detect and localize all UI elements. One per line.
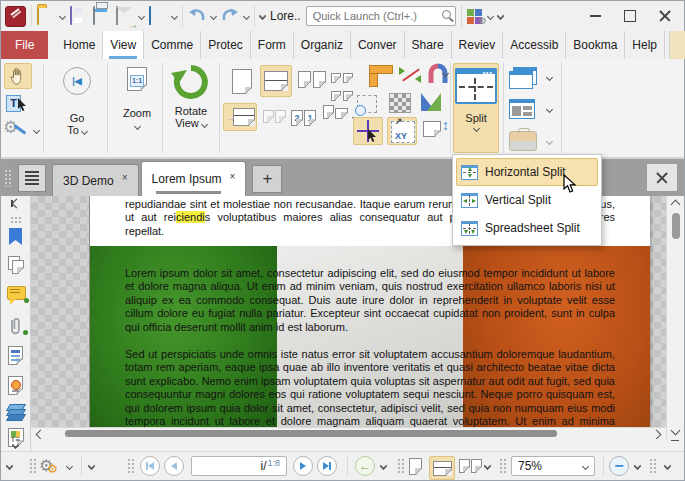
snap-icon[interactable] (399, 65, 421, 85)
two-page-view-button[interactable] (459, 452, 482, 480)
scanner-icon[interactable] (149, 7, 167, 25)
doc-tab-lorem-ipsum[interactable]: Lorem Ipsum × (141, 161, 247, 196)
close-tab-icon[interactable]: × (122, 172, 128, 183)
bookmarks-pane-icon[interactable] (1, 228, 30, 245)
expand-toolbar-chevron-icon[interactable] (665, 452, 670, 480)
tab-comment[interactable]: Comme (144, 31, 201, 59)
first-page-button[interactable] (140, 452, 160, 480)
horizontal-scrollbar[interactable] (31, 427, 666, 439)
zoom-button[interactable]: 1:1 Zoom (114, 67, 160, 131)
tab-convert[interactable]: Conver (351, 31, 405, 59)
page-number-field[interactable]: i/ 1:8 (191, 452, 287, 480)
drag-grip[interactable] (499, 452, 507, 480)
chevron-down-icon[interactable] (210, 12, 217, 19)
scrollbar-thumb[interactable] (672, 213, 680, 239)
two-page-view-icon[interactable] (298, 71, 326, 92)
minimize-button[interactable] (580, 4, 610, 28)
previous-page-button[interactable] (164, 452, 184, 480)
previous-view-button[interactable]: ← (355, 452, 375, 480)
expand-toolbar-chevron-icon[interactable] (485, 452, 490, 480)
signatures-pane-icon[interactable] (1, 376, 30, 395)
show-guides-button[interactable] (353, 117, 383, 145)
redo-icon[interactable] (221, 8, 239, 24)
maximize-button[interactable] (615, 4, 645, 28)
drag-grip[interactable] (4, 169, 13, 187)
tab-list-menu-button[interactable] (18, 164, 46, 192)
zoom-level-select[interactable]: 75% (511, 452, 595, 480)
menu-item-spreadsheet-split[interactable]: Spreadsheet Split (456, 214, 598, 242)
chevron-down-icon[interactable] (33, 127, 40, 134)
ruler-icon[interactable] (369, 65, 391, 85)
last-page-button[interactable] (317, 452, 337, 480)
transparency-grid-icon[interactable] (389, 93, 411, 113)
tab-file[interactable]: File (1, 31, 48, 59)
expand-toolbar-chevron-icon[interactable] (7, 452, 12, 480)
comments-pane-icon[interactable] (1, 286, 30, 303)
single-page-view-button[interactable] (409, 452, 422, 480)
tab-share[interactable]: Share (405, 31, 452, 59)
save-icon[interactable] (70, 7, 88, 25)
expand-toolbar-chevron-icon[interactable] (89, 452, 94, 480)
rotate-view-button[interactable]: Rotate View (165, 63, 217, 129)
overflow-chevron-icon[interactable] (260, 15, 265, 17)
chevron-down-icon[interactable] (487, 12, 494, 19)
chevron-down-icon[interactable] (59, 12, 66, 19)
tab-form[interactable]: Form (251, 31, 294, 59)
drag-grip[interactable] (29, 452, 37, 480)
page-size-icon[interactable]: ↕ (423, 119, 449, 143)
show-hidden-content-icon[interactable] (357, 95, 377, 113)
open-file-icon[interactable] (37, 7, 55, 25)
expand-toolbar-chevron-icon[interactable] (381, 452, 386, 480)
zoom-out-button[interactable]: − (609, 452, 629, 480)
layers-pane-icon[interactable] (1, 404, 30, 422)
chevron-down-icon[interactable] (171, 12, 178, 19)
chevron-down-icon[interactable] (546, 106, 553, 113)
tab-organize[interactable]: Organiz (294, 31, 351, 59)
expand-toolbar-chevron-icon[interactable] (635, 452, 640, 480)
drag-grip[interactable] (127, 452, 135, 480)
undo-icon[interactable] (188, 8, 206, 24)
ui-options-icon[interactable]: ⚙ (467, 8, 483, 24)
options-gears-button[interactable]: ⚙ ⚙ (39, 452, 58, 480)
tab-bookmarks[interactable]: Bookma (566, 31, 625, 59)
tab-view[interactable]: View (103, 31, 144, 59)
chevron-down-icon[interactable] (243, 12, 250, 19)
tile-windows-icon[interactable] (509, 99, 535, 119)
split-button[interactable]: ••• Split (453, 63, 499, 153)
fit-width-button[interactable]: → (223, 103, 257, 131)
tab-home[interactable]: Home (56, 31, 103, 59)
single-page-view-icon[interactable] (232, 69, 252, 94)
more-panes-chevron-icon[interactable] (1, 444, 30, 446)
attachments-pane-icon[interactable] (1, 316, 30, 335)
drag-grip[interactable] (397, 452, 405, 480)
drag-grip[interactable] (649, 452, 657, 480)
scrollbar-thumb[interactable] (65, 430, 557, 437)
hand-tool-button[interactable] (4, 63, 32, 89)
quick-launch-input[interactable] (306, 6, 456, 26)
chevron-down-icon[interactable] (67, 452, 72, 480)
close-tab-icon[interactable]: × (230, 171, 236, 182)
next-page-button[interactable] (293, 452, 313, 480)
drag-grip[interactable] (1, 216, 30, 224)
email-icon[interactable] (116, 7, 134, 25)
chevron-down-icon[interactable] (138, 12, 145, 19)
thumbnails-pane-icon[interactable] (1, 256, 30, 274)
show-coordinates-button[interactable]: XY↗ (387, 117, 417, 145)
tab-help[interactable]: Help (625, 31, 665, 59)
reading-order-icon[interactable]: 21 (291, 107, 316, 126)
select-text-tool[interactable]: T (6, 93, 30, 115)
new-tab-button[interactable]: + (252, 165, 282, 193)
goto-button[interactable]: |◀ Go To (51, 67, 103, 136)
tab-protect[interactable]: Protec (201, 31, 251, 59)
cascade-windows-icon[interactable] (513, 67, 537, 85)
close-button[interactable] (650, 4, 680, 28)
continuous-view-button[interactable] (429, 454, 455, 481)
tab-accessibility[interactable]: Accessib (503, 31, 566, 59)
continuous-view-button[interactable] (260, 65, 292, 97)
grid-view-icon[interactable] (331, 69, 357, 105)
loupe-tool[interactable]: ⚙ (3, 119, 33, 143)
tab-review[interactable]: Reviev (452, 31, 504, 59)
print-icon[interactable] (93, 7, 111, 25)
vertical-scrollbar[interactable] (666, 196, 684, 439)
tab-format[interactable]: Format (669, 31, 685, 59)
